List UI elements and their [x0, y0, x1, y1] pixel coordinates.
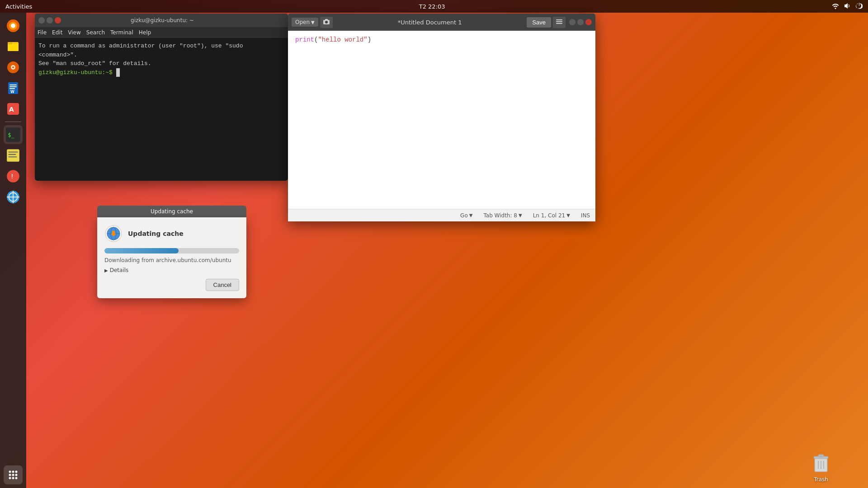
position-dropdown-icon: ▼	[566, 213, 570, 218]
svg-point-38	[325, 21, 328, 23]
terminal-menu-view[interactable]: View	[68, 29, 80, 36]
editor-titlebar: Open ▼ *Untitled Document 1 Save	[288, 14, 595, 31]
terminal-menu-file[interactable]: File	[38, 29, 47, 36]
open-label: Open	[295, 19, 310, 25]
dock-icon-task-manager[interactable]	[4, 146, 23, 165]
cache-progress-bar	[104, 248, 179, 253]
code-string: "hello world"	[318, 36, 367, 43]
editor-tab-width-button[interactable]: Tab Width: 8 ▼	[481, 211, 524, 220]
open-dropdown-arrow: ▼	[311, 20, 315, 25]
dock-icon-network[interactable]	[4, 188, 23, 206]
editor-snapshot-button[interactable]	[320, 17, 333, 28]
svg-rect-11	[9, 86, 17, 87]
power-icon[interactable]	[855, 2, 863, 11]
cache-dialog-wrapper: Updating cache Updating cache Downloadin…	[97, 206, 246, 298]
dock-icon-firefox[interactable]	[4, 16, 23, 35]
svg-point-33	[15, 474, 18, 476]
svg-rect-50	[818, 455, 824, 457]
details-label: Details	[110, 267, 129, 273]
wifi-icon[interactable]	[832, 2, 839, 11]
dock-icon-software-center[interactable]: A	[4, 99, 23, 118]
editor-menu-button[interactable]	[553, 17, 566, 28]
cache-dialog-actions: Cancel	[104, 279, 239, 291]
show-apps-button[interactable]	[4, 465, 23, 484]
svg-point-8	[12, 66, 14, 68]
svg-rect-18	[7, 149, 19, 162]
go-dropdown-icon: ▼	[469, 213, 473, 218]
cache-dialog-title: Updating cache	[151, 208, 193, 215]
svg-text:!: !	[11, 172, 14, 180]
svg-point-35	[12, 477, 14, 479]
svg-rect-42	[556, 23, 562, 24]
editor-ins-indicator: INS	[581, 212, 590, 219]
cache-progress-bar-container	[104, 248, 239, 253]
editor-maximize-button[interactable]	[577, 19, 584, 25]
editor-close-button[interactable]	[585, 19, 592, 25]
svg-rect-39	[325, 19, 328, 20]
dock-icon-files[interactable]	[4, 37, 23, 56]
terminal-menu-edit[interactable]: Edit	[52, 29, 62, 36]
svg-text:$_: $_	[8, 132, 14, 138]
terminal-menu-help[interactable]: Help	[139, 29, 151, 36]
dock-divider	[5, 122, 21, 122]
clock: T2 22:03	[419, 3, 445, 10]
editor-statusbar: Go ▼ Tab Width: 8 ▼ Ln 1, Col 21 ▼ INS	[288, 209, 595, 221]
svg-point-34	[9, 477, 11, 479]
dock-icon-libreoffice-writer[interactable]: W	[4, 79, 23, 98]
terminal-title: gizku@gizku-ubuntu: ~	[61, 17, 264, 23]
topbar-right	[832, 2, 863, 11]
dock-icon-terminal[interactable]: $_	[4, 125, 23, 144]
terminal-menu-search[interactable]: Search	[86, 29, 105, 36]
editor-minimize-button[interactable]	[569, 19, 576, 25]
editor-window-controls	[569, 19, 592, 25]
editor-content[interactable]: print("hello world")	[288, 31, 595, 209]
cache-download-icon	[104, 225, 123, 243]
svg-rect-21	[8, 156, 17, 157]
terminal-menubar: File Edit View Search Terminal Help	[35, 27, 288, 38]
cache-status-text: Downloading from archive.ubuntu.com/ubun…	[104, 257, 239, 263]
activities-button[interactable]: Activities	[5, 3, 32, 10]
tab-width-dropdown-icon: ▼	[519, 213, 522, 218]
terminal-minimize-button[interactable]	[38, 17, 45, 23]
svg-rect-4	[8, 44, 19, 51]
topbar-center: T2 22:03	[419, 3, 445, 10]
editor-open-button[interactable]: Open ▼	[292, 18, 318, 27]
svg-text:A: A	[9, 106, 14, 113]
terminal-window: gizku@gizku-ubuntu: ~ File Edit View Sea…	[35, 14, 288, 181]
editor-title: *Untitled Document 1	[333, 19, 527, 26]
editor-position-button[interactable]: Ln 1, Col 21 ▼	[531, 211, 572, 220]
terminal-line-2: See "man sudo_root" for details.	[38, 59, 284, 68]
svg-rect-20	[8, 154, 16, 155]
svg-point-31	[9, 474, 11, 476]
cache-dialog: Updating cache Downloading from archive.…	[97, 217, 246, 298]
dock-icon-software-updater[interactable]: !	[4, 167, 23, 186]
svg-point-29	[12, 471, 14, 473]
terminal-close-button[interactable]	[55, 17, 61, 23]
svg-rect-19	[8, 151, 18, 152]
trash-icon[interactable]: Trash	[809, 451, 833, 483]
editor-window: Open ▼ *Untitled Document 1 Save	[288, 14, 595, 221]
sound-icon[interactable]	[844, 2, 851, 11]
svg-rect-40	[556, 19, 562, 20]
terminal-menu-terminal[interactable]: Terminal	[110, 29, 133, 36]
editor-go-button[interactable]: Go ▼	[458, 211, 474, 220]
svg-rect-41	[556, 21, 562, 22]
editor-save-button[interactable]: Save	[527, 17, 551, 28]
terminal-maximize-button[interactable]	[47, 17, 53, 23]
svg-point-2	[11, 23, 15, 28]
terminal-window-controls	[38, 17, 61, 23]
terminal-prompt: gizku@gizku-ubuntu:~$	[38, 69, 113, 76]
cache-cancel-button[interactable]: Cancel	[206, 279, 239, 291]
details-arrow-icon: ▶	[104, 268, 108, 273]
terminal-content[interactable]: To run a command as administrator (user …	[35, 38, 288, 181]
svg-rect-5	[8, 42, 12, 44]
svg-rect-12	[9, 88, 15, 89]
svg-rect-10	[9, 84, 17, 85]
svg-point-36	[15, 477, 18, 479]
cache-dialog-titlebar: Updating cache	[97, 206, 246, 217]
cache-dialog-heading: Updating cache	[128, 230, 184, 237]
dock: W A $_ !	[0, 13, 26, 488]
dock-icon-rhythmbox[interactable]	[4, 58, 23, 77]
topbar-left: Activities	[5, 3, 32, 10]
cache-details-toggle[interactable]: ▶ Details	[104, 267, 239, 273]
